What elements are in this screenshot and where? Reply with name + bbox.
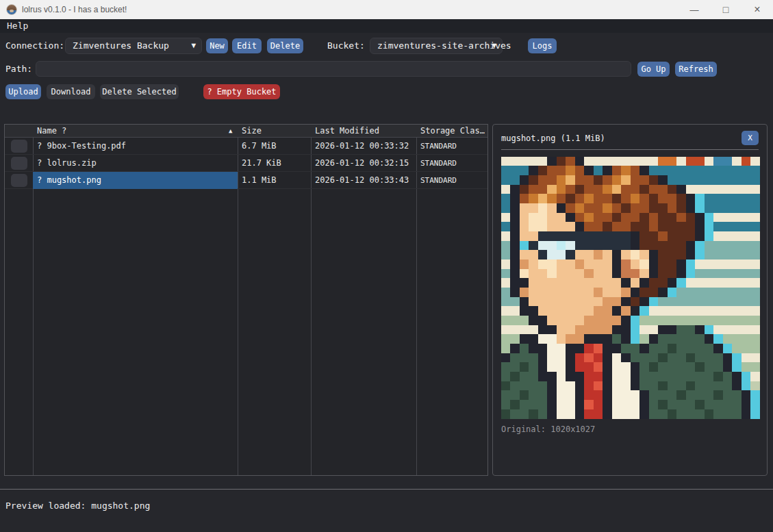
file-storage-class: STANDARD (420, 172, 457, 189)
minimize-button[interactable]: — (679, 0, 710, 19)
walrus-app-icon (6, 4, 17, 15)
connection-label: Connection: (5, 38, 64, 54)
preview-image (501, 157, 760, 419)
file-modified: 2026-01-12 00:32:15 (315, 155, 409, 172)
file-name[interactable]: ? mugshot.png (33, 172, 238, 189)
row-checkbox[interactable] (11, 157, 27, 170)
table-row[interactable]: ? 9box-Testing.pdf 6.7 MiB 2026-01-12 00… (5, 138, 487, 155)
table-row[interactable]: ? lolrus.zip 21.7 KiB 2026-01-12 00:32:1… (5, 155, 487, 172)
upload-button[interactable]: Upload (5, 84, 41, 99)
menubar: Help (0, 19, 773, 33)
go-up-button[interactable]: Go Up (637, 62, 670, 77)
path-input[interactable] (36, 61, 631, 77)
chevron-down-icon: ▼ (492, 38, 496, 53)
preview-divider (501, 149, 759, 150)
file-size: 21.7 KiB (242, 155, 281, 172)
table-header: Name ? ▲ Size Last Modified Storage Clas… (5, 125, 487, 138)
bucket-dropdown[interactable]: zimventures-site-archives ▼ (370, 38, 503, 54)
chevron-down-icon: ▼ (191, 38, 196, 53)
file-name[interactable]: ? 9box-Testing.pdf (33, 138, 238, 155)
bucket-dropdown-value: zimventures-site-archives (377, 38, 511, 53)
file-storage-class: STANDARD (420, 155, 457, 172)
original-dimensions-label: Original: 1020x1027 (501, 425, 595, 434)
row-checkbox[interactable] (11, 174, 27, 187)
statusbar-divider (0, 489, 773, 490)
file-name[interactable]: ? lolrus.zip (33, 155, 238, 172)
file-storage-class: STANDARD (420, 138, 457, 155)
file-modified: 2026-01-12 00:33:32 (315, 138, 409, 155)
close-button[interactable]: × (742, 0, 773, 19)
file-table: Name ? ▲ Size Last Modified Storage Clas… (4, 124, 488, 476)
titlebar: lolrus v0.1.0 - I has a bucket! — □ × (0, 0, 773, 19)
path-label: Path: (5, 61, 32, 77)
menu-help[interactable]: Help (7, 19, 28, 33)
empty-bucket-button[interactable]: ? Empty Bucket (203, 84, 280, 99)
preview-close-button[interactable]: X (742, 131, 759, 145)
logs-button[interactable]: Logs (528, 38, 557, 53)
column-header-modified[interactable]: Last Modified (315, 125, 412, 138)
column-header-name[interactable]: Name ? (37, 125, 225, 138)
bucket-label: Bucket: (327, 38, 365, 54)
file-size: 1.1 MiB (242, 172, 277, 189)
column-header-storage[interactable]: Storage Clas… (420, 125, 486, 138)
preview-panel: mugshot.png (1.1 MiB) X Original: 1020x1… (492, 124, 768, 476)
table-row-selected[interactable]: ? mugshot.png 1.1 MiB 2026-01-12 00:33:4… (5, 172, 487, 189)
row-checkbox[interactable] (11, 140, 27, 153)
file-size: 6.7 MiB (242, 138, 277, 155)
file-modified: 2026-01-12 00:33:43 (315, 172, 409, 189)
sort-ascending-icon: ▲ (229, 125, 232, 138)
maximize-button[interactable]: □ (710, 0, 742, 19)
window-title: lolrus v0.1.0 - I has a bucket! (22, 0, 127, 19)
app-window: lolrus v0.1.0 - I has a bucket! — □ × He… (0, 0, 773, 532)
connection-dropdown-value: Zimventures Backup (73, 38, 169, 53)
window-controls: — □ × (679, 0, 773, 19)
new-connection-button[interactable]: New (206, 38, 228, 53)
download-button[interactable]: Download (47, 84, 95, 99)
column-header-size[interactable]: Size (242, 125, 307, 138)
edit-connection-button[interactable]: Edit (232, 38, 262, 53)
delete-connection-button[interactable]: Delete (267, 38, 303, 53)
connection-dropdown[interactable]: Zimventures Backup ▼ (65, 38, 202, 54)
delete-selected-button[interactable]: Delete Selected (100, 84, 179, 99)
refresh-button[interactable]: Refresh (675, 62, 717, 77)
statusbar-text: Preview loaded: mugshot.png (5, 501, 150, 511)
preview-title: mugshot.png (1.1 MiB) (501, 134, 605, 143)
